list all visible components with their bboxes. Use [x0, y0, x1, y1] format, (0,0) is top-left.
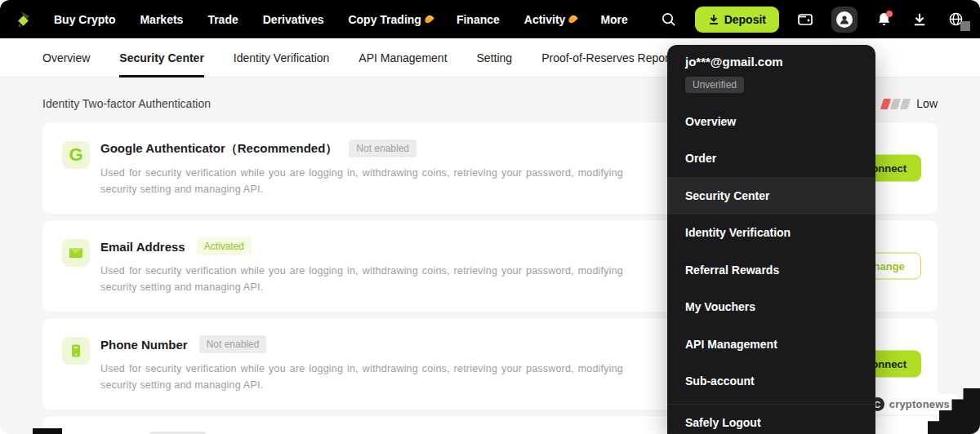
dropdown-item-referral-rewards[interactable]: Referral Rewards — [667, 251, 875, 289]
deposit-arrow-icon — [708, 14, 719, 25]
hot-flame-icon — [568, 14, 578, 24]
cursor-artifact — [960, 21, 970, 31]
card-title: Google Authenticator（Recommended） — [100, 141, 337, 157]
security-level-bars — [882, 99, 909, 109]
tab-security-center[interactable]: Security Center — [119, 38, 203, 78]
status-badge: Not enabled — [349, 140, 416, 157]
card-description: Used for security verification while you… — [100, 165, 623, 197]
tab-identity-verification[interactable]: Identity Verification — [234, 38, 330, 78]
navbar-actions: Deposit — [659, 7, 965, 33]
tab-setting[interactable]: Setting — [477, 38, 513, 78]
dropdown-item-security-center[interactable]: Security Center — [667, 177, 875, 215]
nav-activity[interactable]: Activity — [524, 13, 577, 26]
dropdown-item-order[interactable]: Order — [667, 140, 875, 178]
security-level-value: Low — [916, 97, 938, 110]
email-icon — [62, 239, 90, 267]
deposit-label: Deposit — [724, 13, 766, 26]
bottom-edge-artifact — [33, 428, 62, 434]
nav-buy-crypto[interactable]: Buy Crypto — [54, 13, 115, 26]
nav-label: Buy Crypto — [54, 13, 115, 26]
notification-dot — [886, 11, 893, 17]
nav-label: Copy Trading — [348, 13, 421, 26]
top-navbar: Buy Crypto Markets Trade Derivatives Cop… — [0, 0, 980, 38]
hot-flame-icon — [423, 14, 434, 24]
tab-api-management[interactable]: API Management — [359, 38, 447, 78]
google-authenticator-icon: G — [62, 141, 90, 169]
watermark-label: cryptonews — [889, 398, 950, 410]
download-app-icon[interactable] — [910, 10, 929, 29]
nav-label: Markets — [140, 13, 183, 26]
account-menu-button[interactable] — [831, 7, 858, 33]
tab-overview[interactable]: Overview — [42, 38, 90, 78]
nav-label: Derivatives — [263, 13, 324, 26]
nav-markets[interactable]: Markets — [140, 13, 183, 26]
phone-icon — [62, 337, 90, 365]
dropdown-item-identity-verification[interactable]: Identity Verification — [667, 215, 875, 252]
nav-trade[interactable]: Trade — [207, 13, 238, 26]
search-icon[interactable] — [659, 10, 679, 29]
nav-copy-trading[interactable]: Copy Trading — [348, 13, 431, 26]
verification-status-badge: Unverified — [685, 77, 744, 93]
language-globe-icon[interactable] — [946, 10, 965, 29]
nav-more[interactable]: More — [600, 13, 627, 26]
account-email: jo***@gmail.com — [685, 55, 858, 69]
card-title: Email Address — [100, 240, 185, 254]
account-dropdown-menu: jo***@gmail.com Unverified Overview Orde… — [667, 45, 875, 434]
nav-label: Activity — [524, 13, 566, 26]
dropdown-item-api-management[interactable]: API Management — [667, 326, 875, 363]
avatar-icon — [836, 11, 853, 28]
nav-derivatives[interactable]: Derivatives — [263, 13, 324, 26]
notifications-bell-icon[interactable] — [874, 10, 893, 29]
card-description: Used for security verification while you… — [100, 263, 623, 295]
nav-finance[interactable]: Finance — [457, 13, 500, 26]
wallet-icon[interactable] — [795, 10, 815, 29]
card-title: Phone Number — [100, 338, 188, 352]
nav-label: Finance — [457, 13, 500, 26]
primary-nav: Buy Crypto Markets Trade Derivatives Cop… — [54, 13, 628, 26]
dropdown-item-my-vouchers[interactable]: My Vouchers — [667, 289, 875, 326]
dropdown-item-sub-account[interactable]: Sub-account — [667, 363, 875, 401]
status-badge: Activated — [197, 237, 252, 255]
exchange-logo-icon[interactable] — [15, 9, 36, 30]
status-badge: Not enabled — [199, 335, 267, 353]
app-window: Buy Crypto Markets Trade Derivatives Cop… — [0, 0, 980, 434]
dropdown-item-overview[interactable]: Overview — [667, 103, 875, 140]
deposit-button[interactable]: Deposit — [695, 7, 779, 33]
nav-label: More — [600, 13, 627, 26]
dropdown-item-safely-logout[interactable]: Safely Logout — [667, 404, 875, 434]
card-description: Used for security verification while you… — [100, 361, 623, 393]
tab-proof-of-reserves[interactable]: Proof-of-Reserves Report — [541, 38, 672, 78]
section-heading: Identity Two-factor Authentication — [42, 97, 211, 110]
nav-label: Trade — [207, 13, 238, 26]
